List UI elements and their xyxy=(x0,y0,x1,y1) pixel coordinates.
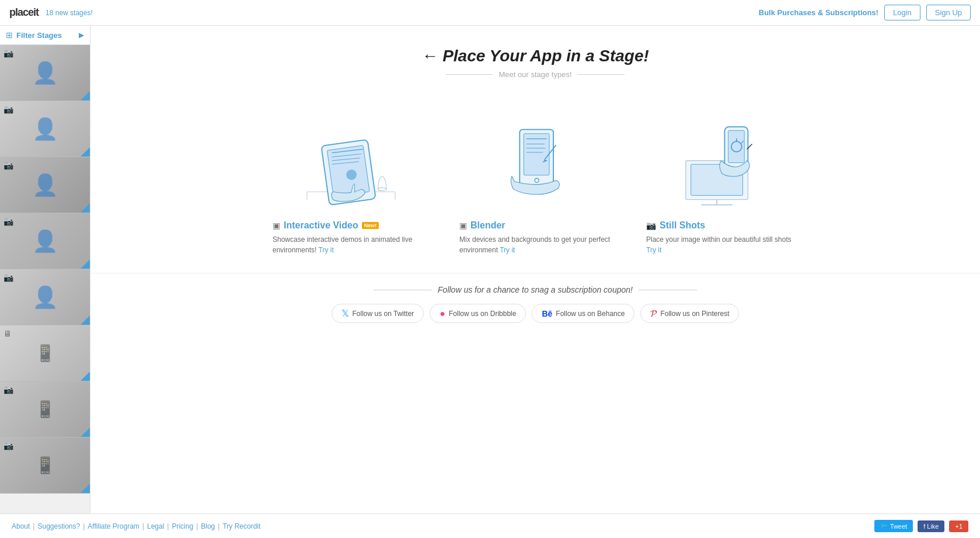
hero-title: ←Place Your App in a Stage! xyxy=(114,47,957,65)
dribbble-icon: ● xyxy=(440,308,445,319)
header-left: placeit 18 new stages! xyxy=(9,6,93,19)
camera-icon: 📷 xyxy=(646,221,656,230)
list-item[interactable]: 👤 📷 xyxy=(0,157,90,213)
list-item[interactable]: 📱 📷 xyxy=(0,438,90,494)
thumbnail-image: 👤 xyxy=(0,45,90,100)
camera-icon: 📷 xyxy=(4,441,13,450)
tablet-icon: 📱 xyxy=(35,456,55,475)
hero-subtitle: Meet our stage types! xyxy=(114,70,957,79)
stage-title: Blender xyxy=(470,220,505,231)
stage-description: Mix devices and backgrounds to get your … xyxy=(459,234,611,255)
layout: ⊞ Filter Stages ▶ 👤 📷 👤 📷 👤 📷 xyxy=(0,26,980,538)
thumbnail-image: 📱 xyxy=(0,381,90,437)
header: placeit 18 new stages! Bulk Purchases & … xyxy=(0,0,980,26)
stage-description: Place your image within our beautiful st… xyxy=(646,234,798,255)
stage-type-interactive-video: ▣ Interactive Video New! Showcase intera… xyxy=(273,108,424,255)
header-right: Bulk Purchases & Subscriptions! Login Si… xyxy=(759,5,971,20)
chevron-right-icon: ▶ xyxy=(79,31,84,39)
stage-description: Showcase interactive demos in animated l… xyxy=(273,234,424,255)
svg-rect-12 xyxy=(524,134,549,175)
person-silhouette: 👤 xyxy=(32,229,58,254)
arrow-icon: ← xyxy=(421,47,438,65)
main-content: ←Place Your App in a Stage! Meet our sta… xyxy=(90,26,980,538)
pinterest-icon: 𝓟 xyxy=(650,308,657,319)
stage-types-section: ▣ Interactive Video New! Showcase intera… xyxy=(90,108,980,273)
camera-icon: 📷 xyxy=(4,385,13,394)
new-badge: New! xyxy=(362,222,379,229)
thumbnail-image: 📱 xyxy=(0,325,90,381)
stage-type-header: ▣ Interactive Video New! xyxy=(273,220,424,231)
monitor-icon: ▣ xyxy=(459,221,467,230)
footer-links: About | Suggestions? | Affiliate Program… xyxy=(12,522,260,530)
thumbnail-image: 👤 xyxy=(0,269,90,325)
tablet-icon: 📱 xyxy=(35,400,55,419)
interactive-video-illustration xyxy=(273,108,424,213)
stage-title: Still Shots xyxy=(660,220,705,231)
signup-button[interactable]: Sign Up xyxy=(926,5,971,20)
svg-point-3 xyxy=(378,188,386,190)
follow-pinterest-button[interactable]: 𝓟 Follow us on Pinterest xyxy=(640,304,739,323)
camera-icon: 📷 xyxy=(4,273,13,282)
stage-type-header: ▣ Blender xyxy=(459,220,611,231)
camera-icon: 📷 xyxy=(4,217,13,226)
list-item[interactable]: 👤 📷 xyxy=(0,269,90,325)
facebook-like-button[interactable]: f Like xyxy=(918,520,944,532)
social-buttons: 𝕏 Follow us on Twitter ● Follow us on Dr… xyxy=(114,304,957,323)
stage-type-still-shots: 📷 Still Shots Place your image within ou… xyxy=(646,108,798,255)
footer-legal-link[interactable]: Legal xyxy=(147,522,164,530)
footer: About | Suggestions? | Affiliate Program… xyxy=(0,513,980,538)
twitter-icon: 𝕏 xyxy=(341,308,349,319)
grid-icon: ⊞ xyxy=(6,30,13,40)
follow-dribbble-button[interactable]: ● Follow us on Dribbble xyxy=(430,304,526,323)
person-silhouette: 👤 xyxy=(32,61,58,85)
stage-type-blender: ▣ Blender Mix devices and backgrounds to… xyxy=(459,108,611,255)
new-stages-badge: 18 new stages! xyxy=(46,9,93,17)
follow-section: Follow us for a chance to snag a subscri… xyxy=(90,273,980,341)
interactive-video-svg xyxy=(296,114,401,207)
filter-stages-bar[interactable]: ⊞ Filter Stages ▶ xyxy=(0,26,90,45)
footer-blog-link[interactable]: Blog xyxy=(201,522,215,530)
stage-type-header: 📷 Still Shots xyxy=(646,220,798,231)
list-item[interactable]: 👤 📷 xyxy=(0,213,90,269)
camera-icon: 📷 xyxy=(4,105,13,114)
camera-icon: 📷 xyxy=(4,48,13,58)
person-silhouette: 👤 xyxy=(32,173,58,197)
monitor-icon: ▣ xyxy=(273,221,280,230)
still-shots-svg xyxy=(669,114,775,207)
list-item[interactable]: 📱 🖥 xyxy=(0,325,90,381)
camera-icon: 🖥 xyxy=(4,329,12,338)
twitter-share-icon: 🐦 xyxy=(880,522,888,530)
footer-affiliate-link[interactable]: Affiliate Program xyxy=(88,522,139,530)
footer-tryrecordit-link[interactable]: Try Recordit xyxy=(222,522,260,530)
tablet-icon: 📱 xyxy=(35,343,55,363)
filter-stages-label: Filter Stages xyxy=(16,31,62,40)
thumbnail-image: 📱 xyxy=(0,438,90,493)
bulk-purchases-link[interactable]: Bulk Purchases & Subscriptions! xyxy=(759,8,878,17)
login-button[interactable]: Login xyxy=(884,5,920,20)
gplus-button[interactable]: +1 xyxy=(949,520,968,532)
behance-icon: Bē xyxy=(542,309,552,318)
person-silhouette: 👤 xyxy=(32,285,58,310)
still-shots-try-link[interactable]: Try it xyxy=(646,246,661,254)
blender-illustration xyxy=(459,108,611,213)
follow-twitter-button[interactable]: 𝕏 Follow us on Twitter xyxy=(332,304,424,323)
blender-svg xyxy=(483,114,588,207)
footer-suggestions-link[interactable]: Suggestions? xyxy=(37,522,80,530)
tweet-button[interactable]: 🐦 Tweet xyxy=(874,520,913,532)
list-item[interactable]: 👤 📷 xyxy=(0,101,90,157)
footer-pricing-link[interactable]: Pricing xyxy=(172,522,193,530)
thumbnail-image: 👤 xyxy=(0,101,90,157)
person-silhouette: 👤 xyxy=(32,117,58,141)
sidebar: ⊞ Filter Stages ▶ 👤 📷 👤 📷 👤 📷 xyxy=(0,26,90,538)
footer-about-link[interactable]: About xyxy=(12,522,30,530)
blender-try-link[interactable]: Try it xyxy=(500,246,515,254)
interactive-video-try-link[interactable]: Try it xyxy=(319,246,334,254)
stage-title: Interactive Video xyxy=(284,220,358,231)
list-item[interactable]: 👤 📷 xyxy=(0,45,90,101)
stage-thumbnails: 👤 📷 👤 📷 👤 📷 👤 📷 xyxy=(0,45,90,494)
list-item[interactable]: 📱 📷 xyxy=(0,381,90,438)
camera-icon: 📷 xyxy=(4,161,13,170)
follow-behance-button[interactable]: Bē Follow us on Behance xyxy=(532,304,634,323)
thumbnail-image: 👤 xyxy=(0,157,90,213)
still-shots-illustration xyxy=(646,108,798,213)
